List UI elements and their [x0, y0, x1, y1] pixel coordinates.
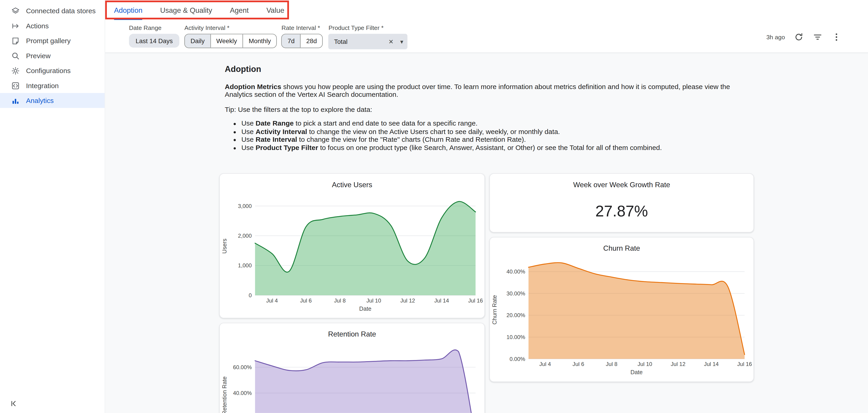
last-refreshed-text: 3h ago	[766, 34, 785, 40]
sidebar-collapse-button[interactable]	[8, 398, 20, 410]
svg-text:Date: Date	[630, 369, 643, 375]
svg-text:Retention Rate: Retention Rate	[221, 377, 228, 413]
preview-search-icon	[11, 51, 20, 60]
svg-text:Jul 6: Jul 6	[572, 361, 584, 367]
sidebar-item-actions[interactable]: Actions	[0, 18, 104, 33]
svg-text:1,000: 1,000	[238, 262, 252, 268]
rate-28d-button[interactable]: 28d	[300, 34, 322, 47]
app-shell: Connected data stores Actions Prompt gal…	[0, 0, 868, 413]
rate-interval-filter: Rate Interval * 7d 28d	[281, 25, 323, 48]
svg-text:0.00%: 0.00%	[509, 356, 525, 362]
product-type-select[interactable]: Total ✕ ▾	[329, 34, 408, 49]
chart-title: Retention Rate	[220, 323, 485, 343]
svg-text:Jul 6: Jul 6	[300, 297, 312, 304]
tab-agent[interactable]: Agent	[221, 0, 257, 20]
sidebar-item-prompt-gallery[interactable]: Prompt gallery	[0, 33, 104, 48]
main-area: Adoption Usage & Quality Agent Value Dat…	[105, 0, 868, 413]
svg-text:Jul 8: Jul 8	[334, 297, 346, 304]
sidebar-item-connected-data-stores[interactable]: Connected data stores	[0, 3, 104, 18]
svg-text:Date: Date	[359, 306, 371, 312]
tab-adoption[interactable]: Adoption	[105, 0, 151, 20]
sidebar-item-configurations[interactable]: Configurations	[0, 63, 104, 78]
tab-value[interactable]: Value	[257, 0, 293, 20]
page-title: Adoption	[225, 65, 740, 73]
wow-growth-rate-card: Week over Week Growth Rate 27.87%	[489, 173, 754, 232]
sidebar-item-integration[interactable]: Integration	[0, 78, 104, 93]
more-vert-icon	[832, 32, 841, 42]
date-range-filter: Date Range Last 14 Days	[129, 25, 180, 48]
rate-interval-label: Rate Interval *	[281, 25, 323, 31]
sidebar: Connected data stores Actions Prompt gal…	[0, 0, 105, 413]
activity-interval-filter: Activity Interval * Daily Weekly Monthly	[184, 25, 277, 48]
sidebar-item-analytics[interactable]: Analytics	[0, 93, 104, 108]
svg-text:Jul 12: Jul 12	[671, 361, 685, 367]
activity-monthly-button[interactable]: Monthly	[243, 34, 276, 47]
svg-text:Jul 14: Jul 14	[434, 297, 449, 304]
svg-text:40.00%: 40.00%	[506, 268, 525, 275]
svg-text:60.00%: 60.00%	[233, 364, 252, 370]
activity-interval-segmented: Daily Weekly Monthly	[184, 34, 277, 48]
retention-rate-area-chart: 40.00%60.00%Jul 4Jul 6Jul 8Jul 10Jul 12J…	[220, 343, 485, 413]
intro-rest: shows you how people are using the produ…	[225, 83, 730, 99]
active-users-chart-card: Active Users 01,0002,0003,000Jul 4Jul 6J…	[219, 173, 485, 318]
svg-text:Jul 10: Jul 10	[366, 297, 381, 304]
sidebar-item-preview[interactable]: Preview	[0, 48, 104, 63]
collapse-chevron-icon	[9, 399, 18, 408]
tip-line: Tip: Use the filters at the top to explo…	[225, 105, 740, 114]
svg-text:0: 0	[249, 292, 252, 298]
intro-text-block: Adoption Adoption Metrics shows you how …	[225, 65, 740, 152]
activity-interval-label: Activity Interval *	[184, 25, 277, 31]
prompt-gallery-icon	[11, 36, 20, 45]
sidebar-item-label: Actions	[26, 22, 49, 30]
filter-bar: Date Range Last 14 Days Activity Interva…	[105, 20, 868, 53]
clear-selection-icon[interactable]: ✕	[385, 38, 397, 45]
gear-icon	[11, 66, 20, 75]
intro-bold: Adoption Metrics	[225, 83, 281, 91]
data-stores-icon	[11, 6, 20, 15]
sidebar-item-label: Analytics	[26, 97, 54, 104]
svg-text:20.00%: 20.00%	[506, 312, 525, 318]
tip-item: Use Activity Interval to change the view…	[241, 128, 740, 136]
content-area: Adoption Adoption Metrics shows you how …	[105, 53, 868, 413]
svg-text:Churn Rate: Churn Rate	[491, 295, 498, 325]
svg-text:Jul 4: Jul 4	[539, 361, 551, 367]
sidebar-item-label: Prompt gallery	[26, 37, 70, 44]
growth-rate-value: 27.87%	[490, 202, 753, 220]
actions-icon	[11, 21, 20, 30]
refresh-button[interactable]	[794, 32, 804, 42]
active-users-area-chart: 01,0002,0003,000Jul 4Jul 6Jul 8Jul 10Jul…	[220, 194, 485, 318]
svg-text:40.00%: 40.00%	[233, 390, 252, 396]
svg-text:Users: Users	[221, 239, 228, 254]
sidebar-item-label: Preview	[26, 52, 51, 60]
filter-bar-actions: 3h ago	[766, 32, 857, 42]
tab-usage-quality[interactable]: Usage & Quality	[151, 0, 221, 20]
refresh-icon	[794, 32, 804, 42]
activity-weekly-button[interactable]: Weekly	[210, 34, 243, 47]
tip-item: Use Product Type Filter to focus on one …	[241, 144, 740, 152]
svg-text:30.00%: 30.00%	[506, 290, 525, 296]
more-options-button[interactable]	[832, 32, 841, 42]
svg-text:Jul 8: Jul 8	[606, 361, 617, 367]
chart-title: Active Users	[220, 174, 485, 194]
svg-text:Jul 4: Jul 4	[266, 297, 278, 304]
svg-text:Jul 12: Jul 12	[400, 297, 415, 304]
product-type-value: Total	[334, 38, 385, 45]
tip-item: Use Rate Interval to change the view for…	[241, 136, 740, 144]
retention-rate-chart-card: Retention Rate 40.00%60.00%Jul 4Jul 6Jul…	[219, 323, 485, 413]
churn-rate-area-chart: 0.00%10.00%20.00%30.00%40.00%Jul 4Jul 6J…	[490, 257, 753, 381]
page-root: Connected data stores Actions Prompt gal…	[0, 0, 868, 413]
chevron-down-icon[interactable]: ▾	[397, 38, 403, 45]
svg-text:Jul 10: Jul 10	[638, 361, 652, 367]
sidebar-item-label: Integration	[26, 82, 59, 90]
filter-button[interactable]	[813, 32, 823, 42]
svg-text:3,000: 3,000	[238, 203, 252, 209]
sidebar-item-label: Configurations	[26, 67, 70, 74]
date-range-chip[interactable]: Last 14 Days	[129, 34, 180, 48]
tips-list: Use Date Range to pick a start and end d…	[225, 120, 740, 152]
svg-text:Jul 14: Jul 14	[704, 361, 719, 367]
chart-title: Churn Rate	[490, 237, 753, 257]
product-type-label: Product Type Filter *	[329, 25, 408, 31]
activity-daily-button[interactable]: Daily	[185, 34, 210, 47]
svg-text:10.00%: 10.00%	[506, 334, 525, 340]
rate-7d-button[interactable]: 7d	[282, 34, 300, 47]
